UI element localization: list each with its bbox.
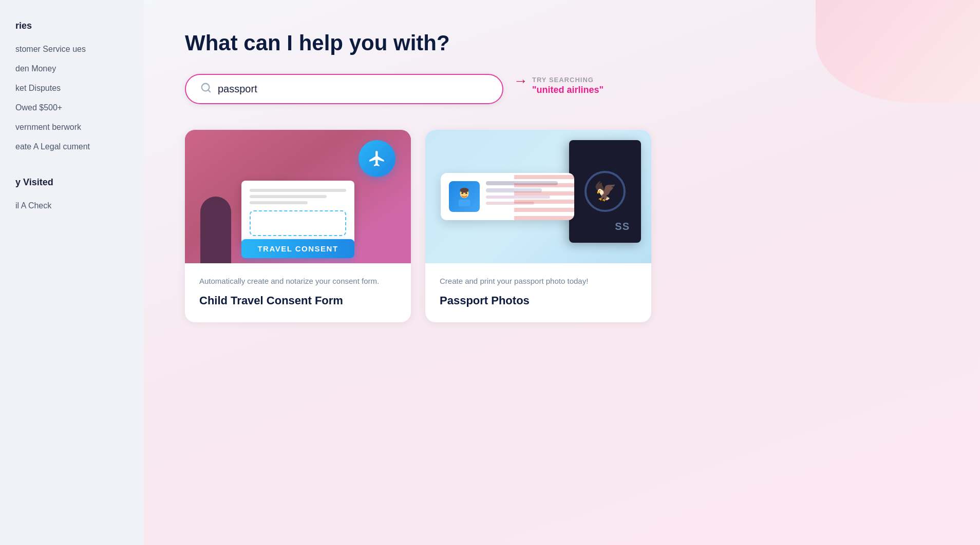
sidebar-recent-mail-check[interactable]: il A Check (0, 196, 144, 216)
doc-line-1 (250, 189, 346, 192)
id-card (441, 173, 574, 220)
passport-label: SS (615, 221, 630, 232)
doc-lines (250, 189, 346, 204)
sidebar-item-hidden-money[interactable]: den Money (0, 59, 144, 79)
sidebar-recently-visited-title: y Visited (0, 177, 144, 196)
sidebar-item-government-paperwork[interactable]: vernment berwork (0, 118, 144, 137)
page-title: What can I help you with? (185, 31, 939, 55)
card-passport-title: Passport Photos (440, 294, 637, 308)
search-area: ← TRY SEARCHING "united airlines" (185, 74, 939, 104)
card-travel-content: Automatically create and notarize your c… (185, 263, 411, 322)
doc-line-2 (250, 195, 327, 198)
card-travel-image: TRAVEL CONSENT (185, 130, 411, 263)
card-child-travel-consent[interactable]: TRAVEL CONSENT Automatically create and … (185, 130, 411, 322)
passport-book: 🦅 SS (569, 140, 641, 243)
card-passport-description: Create and print your passport photo tod… (440, 276, 637, 287)
sidebar-item-legal-document[interactable]: eate A Legal cument (0, 137, 144, 157)
card-passport-image: 🦅 SS (425, 130, 651, 263)
card-travel-description: Automatically create and notarize your c… (199, 276, 397, 287)
sidebar-item-market-disputes[interactable]: ket Disputes (0, 79, 144, 98)
sidebar-item-owed-money[interactable]: Owed $500+ (0, 98, 144, 118)
card-passport-content: Create and print your passport photo tod… (425, 263, 651, 322)
svg-line-1 (208, 90, 210, 92)
arrow-icon: ← (514, 74, 528, 88)
svg-rect-3 (459, 200, 470, 206)
search-box[interactable] (185, 74, 503, 104)
try-searching-value: "united airlines" (532, 85, 604, 95)
plane-icon-circle (359, 140, 395, 177)
consent-document: TRAVEL CONSENT (241, 181, 354, 258)
svg-point-6 (460, 188, 468, 193)
doc-line-3 (250, 201, 308, 204)
cards-grid: TRAVEL CONSENT Automatically create and … (185, 130, 939, 322)
travel-consent-badge: TRAVEL CONSENT (241, 239, 354, 258)
try-searching-hint: ← TRY SEARCHING "united airlines" (514, 74, 604, 95)
arch-decoration (200, 197, 231, 263)
id-flag-overlay (514, 173, 574, 220)
main-content: What can I help you with? ← TRY SEARCHIN… (144, 0, 980, 545)
card-travel-title: Child Travel Consent Form (199, 294, 397, 308)
search-icon (200, 82, 212, 96)
id-avatar (449, 181, 480, 212)
sidebar-categories-title: ries (0, 21, 144, 40)
card-passport-photos[interactable]: 🦅 SS (425, 130, 651, 322)
search-input[interactable] (218, 83, 488, 95)
sidebar: ries stomer Service ues den Money ket Di… (0, 0, 144, 545)
passport-emblem: 🦅 (585, 171, 626, 212)
consent-doc-body (241, 181, 354, 244)
sidebar-item-customer-service[interactable]: stomer Service ues (0, 40, 144, 59)
try-searching-label: TRY SEARCHING (532, 76, 604, 84)
doc-dashed-box (250, 210, 346, 236)
